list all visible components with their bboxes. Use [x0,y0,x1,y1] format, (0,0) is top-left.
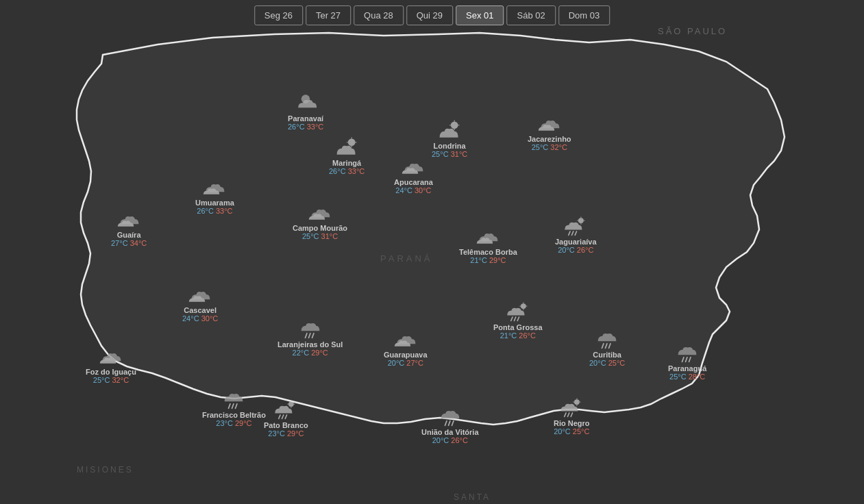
city-name: Pato Branco [264,421,308,429]
temp-high: 30°C [415,186,432,194]
city-weather-umuarama: Umuarama 26°C 33°C [195,177,234,215]
temp-low: 25°C [432,150,449,158]
city-name: Paranaguá [668,364,706,373]
city-name: Campo Mourão [293,224,347,232]
day-tab-5[interactable]: Sáb 02 [507,5,556,25]
svg-line-36 [602,344,604,349]
svg-point-56 [574,399,580,405]
temp-high: 33°C [216,207,233,215]
temp-high: 25°C [608,359,626,367]
city-weather-paranavaí: Paranavaí 26°C 33°C [288,92,323,131]
city-weather-laranjeiras-do-sul: Laranjeiras do Sul 22°C 29°C [277,318,343,357]
svg-line-33 [511,317,513,321]
svg-point-12 [348,138,356,146]
svg-text:SÃO PAULO: SÃO PAULO [658,26,727,36]
temp-high: 25°C [573,427,590,436]
city-temps: 25°C 32°C [93,376,129,384]
day-tab-0[interactable]: Seg 26 [254,5,303,25]
svg-line-22 [569,231,570,236]
temp-low: 25°C [532,143,549,151]
temp-low: 20°C [554,427,571,436]
temp-high: 26°C [577,246,594,254]
svg-line-62 [568,413,569,417]
svg-line-34 [514,317,515,321]
city-temps: 24°C 30°C [395,186,431,194]
svg-line-41 [689,357,691,362]
svg-text:MISIONES: MISIONES [77,465,134,475]
temp-high: 29°C [311,349,328,357]
city-name: Guarapuava [384,351,428,359]
city-temps: 27°C 34°C [111,239,147,247]
city-weather-pato-branco: Pato Branco 23°C 29°C [264,399,308,438]
svg-text:PARANÁ: PARANÁ [380,253,433,264]
temp-high: 27°C [406,359,423,367]
svg-line-52 [286,415,287,419]
svg-line-39 [682,357,684,362]
city-weather-paranaguá: Paranaguá 25°C 28°C [668,342,706,381]
svg-line-24 [575,231,576,236]
city-weather-guarapuava: Guarapuava 20°C 27°C [384,329,428,367]
temp-low: 26°C [288,123,305,131]
city-temps: 20°C 25°C [554,427,589,436]
svg-line-25 [305,333,307,338]
city-name: Foz do Iguaçu [86,368,136,376]
temp-high: 29°C [235,419,252,427]
svg-line-54 [448,421,450,426]
city-weather-rio-negro: Rio Negro 20°C 25°C [554,397,590,436]
temp-low: 25°C [93,376,110,384]
temp-high: 31°C [451,150,468,158]
city-name: Maringá [332,159,361,167]
temp-low: 21°C [470,256,487,264]
svg-line-26 [308,333,310,338]
city-weather-londrina: Londrina 25°C 31°C [432,120,467,158]
temp-high: 33°C [348,167,365,175]
city-temps: 22°C 29°C [293,349,328,357]
temp-high: 29°C [287,429,304,438]
temp-low: 24°C [395,186,412,194]
city-weather-união-da-vitória: União da Vitória 20°C 26°C [421,406,479,444]
svg-line-61 [565,413,566,417]
svg-line-35 [517,317,519,321]
temp-low: 24°C [182,314,199,323]
city-temps: 23°C 29°C [216,419,251,427]
day-tab-3[interactable]: Qui 29 [406,5,453,25]
temp-high: 31°C [321,232,338,240]
day-tab-4[interactable]: Sex 01 [456,5,504,25]
city-name: Apucarana [394,178,433,186]
temp-low: 20°C [589,359,606,367]
city-name: Cascavel [184,306,217,314]
day-tab-6[interactable]: Dom 03 [558,5,610,25]
city-weather-maringá: Maringá 26°C 33°C [329,137,365,175]
svg-line-63 [571,413,572,417]
svg-line-50 [279,415,280,419]
temp-high: 28°C [689,373,706,381]
svg-line-42 [229,404,231,409]
svg-line-27 [312,333,314,338]
svg-line-44 [236,404,238,409]
temp-high: 26°C [519,331,536,340]
day-tabs: Seg 26Ter 27Qua 28Qui 29Sex 01Sáb 02Dom … [254,5,610,25]
temp-high: 32°C [550,143,567,151]
svg-text:SANTA: SANTA [454,492,491,502]
city-temps: 20°C 25°C [589,359,625,367]
city-temps: 20°C 26°C [432,436,468,444]
day-tab-2[interactable]: Qua 28 [354,5,404,25]
city-temps: 21°C 29°C [470,256,506,264]
svg-point-28 [521,303,526,309]
temp-low: 20°C [388,359,405,367]
temp-high: 30°C [201,314,219,323]
temp-low: 26°C [197,207,214,215]
svg-line-23 [572,231,573,236]
city-temps: 20°C 26°C [558,246,593,254]
temp-high: 34°C [130,239,147,247]
temp-low: 20°C [432,436,449,444]
city-name: União da Vitória [421,428,479,436]
temp-low: 23°C [268,429,285,438]
city-temps: 25°C 31°C [302,232,338,240]
day-tab-1[interactable]: Ter 27 [306,5,351,25]
temp-low: 20°C [558,246,575,254]
temp-high: 26°C [451,436,468,444]
temp-high: 29°C [489,256,506,264]
svg-point-7 [451,121,458,129]
city-temps: 20°C 27°C [388,359,423,367]
